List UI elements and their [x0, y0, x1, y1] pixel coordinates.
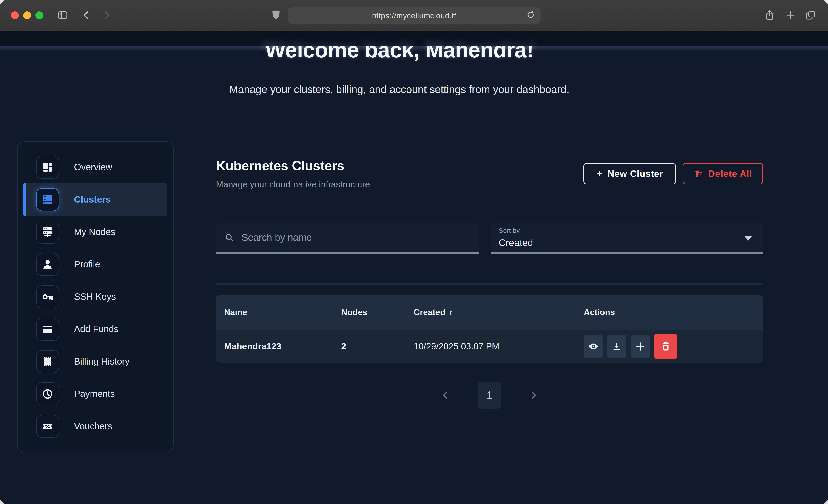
clusters-table: Name Nodes Created ↕ Actions Mahendra123…: [216, 295, 763, 363]
dashboard-icon: [36, 156, 59, 179]
add-node-button[interactable]: [631, 335, 650, 358]
url-bar[interactable]: https://myceliumcloud.tf: [288, 7, 540, 24]
ticket-icon: [36, 415, 59, 438]
pagination: 1: [216, 382, 763, 409]
share-icon[interactable]: [764, 9, 775, 21]
page-title: Welcome back, Mahendra!: [0, 46, 798, 61]
cell-cluster-created: 10/29/2025 03:07 PM: [414, 341, 584, 351]
cell-cluster-name: Mahendra123: [224, 341, 341, 351]
next-page-button[interactable]: [529, 390, 539, 401]
column-header-actions: Actions: [584, 307, 763, 317]
sort-value: Created: [499, 237, 755, 248]
url-text: https://myceliumcloud.tf: [372, 11, 456, 20]
eye-icon: [588, 341, 599, 352]
browser-chrome: https://myceliumcloud.tf: [0, 0, 828, 31]
sidebar-item-my-nodes[interactable]: My Nodes: [24, 216, 167, 248]
sidebar-item-add-funds[interactable]: Add Funds: [24, 313, 167, 345]
minimize-window-button[interactable]: [23, 11, 31, 19]
download-kubeconfig-button[interactable]: [607, 335, 626, 358]
sidebar-item-overview[interactable]: Overview: [24, 151, 167, 183]
plus-icon: [635, 341, 646, 352]
sidebar-item-label: Payments: [74, 389, 115, 399]
traffic-lights: [11, 11, 43, 19]
cell-cluster-nodes: 2: [341, 341, 414, 351]
close-window-button[interactable]: [11, 11, 19, 19]
sidebar-item-ssh-keys[interactable]: SSH Keys: [24, 281, 167, 313]
privacy-shield-icon[interactable]: [271, 9, 281, 21]
sidebar-item-billing-history[interactable]: Billing History: [24, 345, 167, 378]
column-header-name: Name: [224, 307, 341, 317]
receipt-icon: [36, 350, 59, 373]
sidebar-item-label: Vouchers: [74, 421, 112, 431]
search-box: [216, 223, 479, 254]
section-header: Kubernetes Clusters Manage your cloud-na…: [216, 158, 370, 190]
page-subtitle: Manage your clusters, billing, and accou…: [0, 83, 798, 95]
sidebar-item-profile[interactable]: Profile: [24, 248, 167, 281]
sidebar-item-vouchers[interactable]: Vouchers: [24, 410, 167, 443]
zoom-window-button[interactable]: [35, 11, 43, 19]
sidebar-item-label: My Nodes: [74, 227, 115, 237]
download-icon: [611, 341, 622, 352]
person-icon: [36, 253, 59, 276]
tab-overview-icon[interactable]: [805, 10, 816, 21]
nodes-icon: [36, 220, 59, 244]
sidebar-toggle-icon[interactable]: [57, 10, 68, 20]
sidebar-item-clusters[interactable]: Clusters: [24, 183, 167, 216]
page-number-button[interactable]: 1: [478, 382, 501, 409]
clusters-icon: [36, 188, 59, 211]
credit-card-icon: [36, 318, 59, 341]
sort-label: Sort by: [499, 227, 755, 235]
new-tab-icon[interactable]: [785, 10, 796, 20]
delete-all-button[interactable]: Delete All: [683, 163, 763, 184]
table-header-row: Name Nodes Created ↕ Actions: [216, 295, 763, 330]
sidebar-item-label: SSH Keys: [74, 292, 116, 302]
plus-icon: +: [596, 167, 603, 180]
sidebar-item-label: Profile: [74, 259, 100, 269]
sidebar-item-label: Add Funds: [74, 324, 118, 334]
row-actions: [584, 334, 763, 359]
clock-icon: [36, 382, 59, 406]
view-cluster-button[interactable]: [584, 335, 603, 358]
section-subtitle: Manage your cloud-native infrastructure: [216, 180, 370, 190]
clusters-main: Kubernetes Clusters Manage your cloud-na…: [216, 141, 763, 409]
key-icon: [36, 285, 59, 308]
sidebar-item-label: Overview: [74, 162, 112, 172]
sort-select[interactable]: Sort by Created: [491, 223, 763, 254]
search-icon: [224, 232, 235, 243]
delete-cluster-button[interactable]: [654, 334, 677, 359]
search-input[interactable]: [241, 232, 471, 243]
prev-page-button[interactable]: [440, 390, 450, 401]
sidebar-item-label: Clusters: [74, 194, 111, 205]
section-title: Kubernetes Clusters: [216, 158, 370, 173]
sidebar-nav: Overview Clusters: [17, 141, 173, 452]
sidebar-item-payments[interactable]: Payments: [24, 378, 167, 410]
sidebar-item-label: Billing History: [74, 356, 130, 367]
trash-sweep-icon: [694, 169, 704, 179]
reload-icon[interactable]: [526, 10, 535, 22]
column-header-nodes: Nodes: [341, 307, 414, 317]
hero-section: Welcome back, Mahendra! Welcome back, Ma…: [0, 31, 798, 95]
page-content: Welcome back, Mahendra! Welcome back, Ma…: [0, 31, 828, 504]
trash-icon: [660, 340, 672, 352]
new-cluster-button[interactable]: + New Cluster: [583, 163, 676, 184]
chevron-down-icon: [745, 236, 752, 241]
table-row: Mahendra123 2 10/29/2025 03:07 PM: [216, 330, 763, 363]
column-header-created[interactable]: Created ↕: [414, 307, 584, 317]
section-divider: [216, 283, 763, 285]
sort-updown-icon: ↕: [449, 307, 453, 317]
forward-button[interactable]: [102, 10, 111, 20]
browser-window: https://myceliumcloud.tf: [0, 0, 828, 504]
back-button[interactable]: [82, 10, 91, 20]
